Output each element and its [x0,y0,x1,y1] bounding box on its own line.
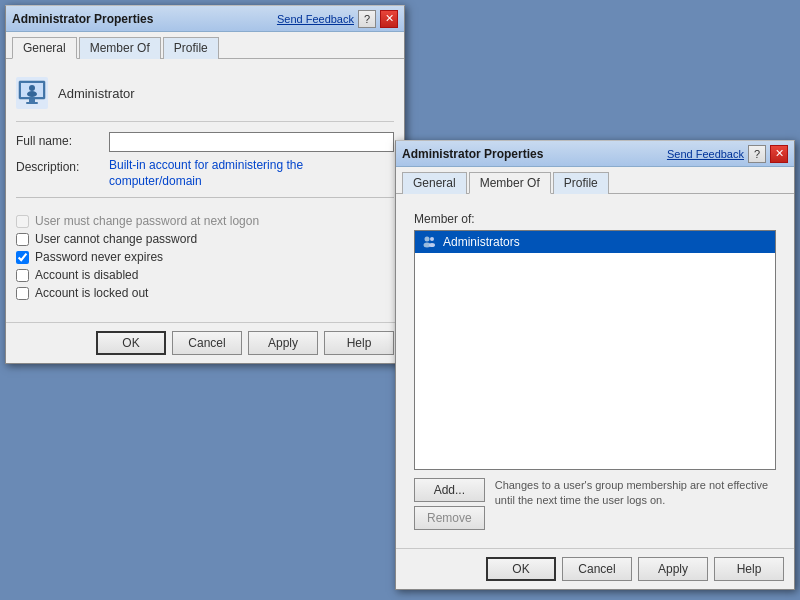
checkbox-never-expires-label: Password never expires [35,250,163,264]
remove-button[interactable]: Remove [414,506,485,530]
full-name-label: Full name: [16,132,101,148]
checkbox-row-1: User cannot change password [16,232,394,246]
checkbox-cannot-change-label: User cannot change password [35,232,197,246]
window2-content: Member of: Administrators [396,194,794,548]
full-name-input[interactable] [109,132,394,152]
checkbox-must-change-label: User must change password at next logon [35,214,259,228]
checkbox-locked-label: Account is locked out [35,286,148,300]
window1-content: Administrator Full name: Description: Bu… [6,59,404,322]
tab-member-of-2[interactable]: Member Of [469,172,551,194]
ok-button-2[interactable]: OK [486,557,556,581]
cancel-button-1[interactable]: Cancel [172,331,242,355]
member-of-section: Member of: Administrators [406,204,784,538]
separator-1 [16,197,394,198]
checkbox-never-expires[interactable] [16,251,29,264]
window1-title: Administrator Properties [12,12,153,26]
title-bar-2: Administrator Properties Send Feedback ?… [396,141,794,167]
svg-point-10 [430,237,434,241]
svg-point-11 [429,243,435,247]
tab-profile-2[interactable]: Profile [553,172,609,194]
button-bar-1: OK Cancel Apply Help [6,322,404,363]
add-remove-btns: Add... Remove [414,478,485,530]
checkbox-disabled-label: Account is disabled [35,268,138,282]
title-bar-1: Administrator Properties Send Feedback ?… [6,6,404,32]
window1: Administrator Properties Send Feedback ?… [5,5,405,364]
tab-profile-1[interactable]: Profile [163,37,219,59]
checkbox-must-change[interactable] [16,215,29,228]
svg-point-8 [425,237,430,242]
member-name: Administrators [443,235,520,249]
help-btn-1[interactable]: Help [324,331,394,355]
description-row: Description: Built-in account for admini… [16,158,394,189]
svg-rect-6 [26,102,38,104]
help-button-2[interactable]: ? [748,145,766,163]
tab-general-2[interactable]: General [402,172,467,194]
close-button-2[interactable]: ✕ [770,145,788,163]
close-button-1[interactable]: ✕ [380,10,398,28]
tab-bar-1: General Member Of Profile [6,32,404,59]
svg-rect-7 [421,234,437,250]
checkboxes-section: User must change password at next logon … [16,206,394,312]
apply-button-2[interactable]: Apply [638,557,708,581]
checkbox-cannot-change[interactable] [16,233,29,246]
member-list[interactable]: Administrators [414,230,776,470]
bottom-section: Add... Remove Changes to a user's group … [414,478,776,530]
button-bar-2: OK Cancel Apply Help [396,548,794,589]
membership-note: Changes to a user's group membership are… [495,478,776,509]
apply-button-1[interactable]: Apply [248,331,318,355]
help-button-1[interactable]: ? [358,10,376,28]
list-item[interactable]: Administrators [415,231,775,253]
tab-bar-2: General Member Of Profile [396,167,794,194]
checkbox-locked[interactable] [16,287,29,300]
checkbox-row-4: Account is locked out [16,286,394,300]
description-value: Built-in account for administering the c… [109,158,394,189]
tab-general-1[interactable]: General [12,37,77,59]
description-label: Description: [16,158,101,174]
svg-point-4 [27,91,37,97]
add-button[interactable]: Add... [414,478,485,502]
checkbox-row-3: Account is disabled [16,268,394,282]
send-feedback-2[interactable]: Send Feedback [667,148,744,160]
checkbox-disabled[interactable] [16,269,29,282]
svg-point-3 [29,85,35,91]
user-avatar-icon [16,77,48,109]
tab-member-of-1[interactable]: Member Of [79,37,161,59]
send-feedback-1[interactable]: Send Feedback [277,13,354,25]
help-btn-2[interactable]: Help [714,557,784,581]
svg-rect-5 [29,99,35,102]
window2: Administrator Properties Send Feedback ?… [395,140,795,590]
username-label: Administrator [58,86,135,101]
full-name-row: Full name: [16,132,394,152]
checkbox-row-0: User must change password at next logon [16,214,394,228]
cancel-button-2[interactable]: Cancel [562,557,632,581]
ok-button-1[interactable]: OK [96,331,166,355]
checkbox-row-2: Password never expires [16,250,394,264]
window2-title: Administrator Properties [402,147,543,161]
user-icon-area: Administrator [16,69,394,122]
member-of-label: Member of: [414,212,776,226]
group-icon [421,234,437,250]
